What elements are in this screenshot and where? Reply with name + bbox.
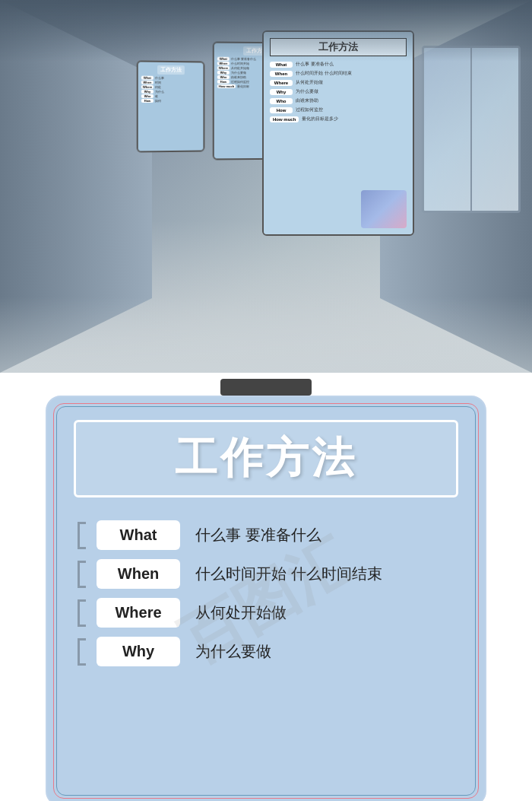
title-box: 工作方法 bbox=[74, 420, 458, 497]
wire-right bbox=[184, 60, 185, 62]
wire-left bbox=[157, 60, 158, 62]
item-row-when: When 什么时间开始 什么时间结束 bbox=[97, 559, 458, 589]
desc-why: 为什么要做 bbox=[195, 641, 271, 662]
desc-where: 从何处开始做 bbox=[195, 602, 287, 623]
keyword-where: Where bbox=[97, 598, 180, 628]
wire-mid-left bbox=[239, 42, 240, 43]
clipboard-clip bbox=[220, 379, 312, 396]
wire-near-right bbox=[368, 30, 369, 32]
poster-near: 工作方法 What什么事 要准备什么 When什么时间开始 什么时间结束 Whe… bbox=[262, 30, 414, 236]
items-list: What 什么事 要准备什么 When 什么时间开始 什么时间结束 Where … bbox=[74, 520, 458, 666]
office-background: 工作方法 What什么事 When时间 Where何处 Why为什么 Who谁 … bbox=[0, 0, 532, 373]
desc-when: 什么时间开始 什么时间结束 bbox=[195, 564, 382, 584]
near-poster-title: 工作方法 bbox=[270, 38, 407, 56]
keyword-when: When bbox=[97, 559, 180, 589]
main-title: 工作方法 bbox=[91, 430, 441, 488]
wire-mid-right bbox=[273, 42, 274, 44]
item-row-where: Where 从何处开始做 bbox=[97, 598, 458, 628]
desc-what: 什么事 要准备什么 bbox=[195, 525, 321, 545]
item-row-why: Why 为什么要做 bbox=[97, 637, 458, 666]
poster-far: 工作方法 What什么事 When时间 Where何处 Why为什么 Who谁 … bbox=[137, 60, 205, 152]
wire-near-left bbox=[308, 30, 309, 32]
item-row-what: What 什么事 要准备什么 bbox=[97, 520, 458, 550]
hallway: 工作方法 What什么事 When时间 Where何处 Why为什么 Who谁 … bbox=[0, 0, 532, 373]
window bbox=[422, 46, 521, 213]
keyword-why: Why bbox=[97, 637, 180, 666]
main-poster: 百图汇 工作方法 What 什么事 要准备什么 When 什么时间开始 什么时间… bbox=[46, 396, 486, 801]
main-poster-area: 百图汇 工作方法 What 什么事 要准备什么 When 什么时间开始 什么时间… bbox=[0, 396, 532, 801]
keyword-what: What bbox=[97, 520, 180, 550]
